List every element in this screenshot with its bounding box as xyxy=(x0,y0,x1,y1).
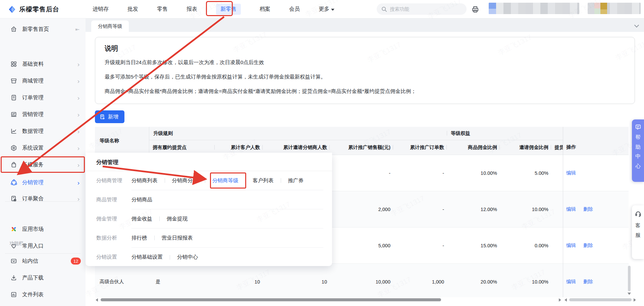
sidebar-divider xyxy=(5,201,80,202)
top-bar: 乐檬零售后台 进销存 批发 零售 报表 新零售 档案 会员 更多 xyxy=(0,0,644,18)
notice-line: 商品佣金=商品实付金额*商品佣金比例；邀请佣金=商品实付金额*邀请奖励佣金比例；… xyxy=(105,88,625,95)
flyout-item-distributor-list[interactable]: 分销商列表 xyxy=(131,177,158,184)
menu-more[interactable]: 更多 xyxy=(319,6,334,13)
delete-link[interactable]: 删除 xyxy=(583,278,593,285)
customer-service-label: 客服 xyxy=(635,220,641,240)
share-network-icon xyxy=(10,179,17,186)
flyout-item-ranking[interactable]: 排行榜 xyxy=(131,235,147,242)
edit-link[interactable]: 编辑 xyxy=(566,242,576,249)
scroll-left-icon[interactable] xyxy=(565,298,567,302)
menu-dangan[interactable]: 档案 xyxy=(260,6,270,13)
sidebar-item-settings[interactable]: 系统设置 › xyxy=(0,141,86,155)
sidebar-item-marketing[interactable]: 营销管理 › xyxy=(0,107,86,122)
sidebar-item-distribution[interactable]: 分销管理 › xyxy=(0,175,86,190)
monitor-chart-icon xyxy=(10,111,17,118)
scroll-left-icon[interactable] xyxy=(96,298,98,302)
scrollbar-thumb[interactable] xyxy=(101,298,441,301)
menu-lingshou[interactable]: 零售 xyxy=(157,6,168,13)
search-input[interactable] xyxy=(390,6,453,12)
flyout-row: 数据分析 排行榜 营业日报报表 xyxy=(96,228,323,248)
flyout-item-distributor-level[interactable]: 分销商等级 xyxy=(212,177,238,184)
notice-card: 说明 升级规则当日24点前多次修改，以最后一次为准，次日凌晨0点后生效 最多可添… xyxy=(95,37,635,104)
flyout-row: 分销商管理 分销商列表 分销商分组 分销商等级 客户列表 推广券 xyxy=(96,171,323,190)
help-center-label: 帮助中心 xyxy=(635,133,641,171)
group-level-benefits: 等级权益 xyxy=(447,130,470,137)
row-actions: 编辑 删除 xyxy=(563,227,629,264)
download-icon xyxy=(10,274,17,282)
menu-huiyuan[interactable]: 会员 xyxy=(289,6,300,13)
sidebar-item-order-aggregation[interactable]: 订单聚合 › xyxy=(0,191,86,206)
delete-link[interactable]: 删除 xyxy=(583,206,593,212)
tab-distributor-level[interactable]: 分销商等级 xyxy=(91,20,129,32)
search-icon xyxy=(381,6,387,12)
caret-down-icon xyxy=(331,9,334,11)
collapse-sidebar-icon[interactable]: ⇤ xyxy=(75,27,79,32)
chevron-down-icon[interactable] xyxy=(635,23,639,27)
sidebar: 新零售首页 ⇤ 基础资料 › 商城管理 › 订单管理 › xyxy=(0,18,86,306)
notice-line: 最多可添加5个等级，保存后，已生成订单佣金按原权益计算，未生成订单佣金按最新权益… xyxy=(105,73,625,81)
sidebar-item-product-download[interactable]: 产品下载 xyxy=(0,270,86,285)
flyout-item-commission-income[interactable]: 佣金收益 xyxy=(131,215,152,222)
delete-link[interactable]: 删除 xyxy=(583,242,593,249)
help-center-tab[interactable]: 帮助中心 xyxy=(632,119,644,182)
add-button[interactable]: 新增 xyxy=(95,110,124,123)
col-level-name: 等级名称 xyxy=(95,127,149,155)
menu-xinlingshou-active[interactable]: 新零售 xyxy=(216,4,241,15)
flyout-item-daily-report[interactable]: 营业日报报表 xyxy=(162,235,193,242)
sidebar-item-data[interactable]: 数据管理 › xyxy=(0,124,86,139)
menu-jinxiaocun[interactable]: 进销存 xyxy=(93,6,109,13)
flyout-item-distribution-settings[interactable]: 分销基础设置 xyxy=(131,254,163,261)
sidebar-item-lemon-service[interactable]: 乐檬服务 › xyxy=(0,157,86,172)
flyout-item-commission-withdraw[interactable]: 佣金提现 xyxy=(167,215,187,222)
chevron-right-icon: › xyxy=(77,180,79,186)
chevron-right-icon: › xyxy=(77,196,79,202)
flyout-item-distribution-goods[interactable]: 分销商品 xyxy=(131,196,152,203)
sidebar-item-home[interactable]: 新零售首页 ⇤ xyxy=(0,22,86,37)
sidebar-item-basic-data[interactable]: 基础资料 › xyxy=(0,57,86,71)
distribution-flyout-menu: 分销管理 分销商管理 分销商列表 分销商分组 分销商等级 客户列表 推广券 商品… xyxy=(86,153,332,266)
flyout-item-promo-coupon[interactable]: 推广券 xyxy=(288,177,304,184)
sidebar-item-messages[interactable]: 站内信 12 xyxy=(0,254,86,268)
menu-pifa[interactable]: 批发 xyxy=(127,6,138,13)
headset-icon xyxy=(635,210,642,217)
printer-icon[interactable] xyxy=(471,5,480,14)
scrollbar-thumb[interactable] xyxy=(569,298,632,301)
edit-link[interactable]: 编辑 xyxy=(566,278,576,285)
divider xyxy=(281,178,281,183)
document-icon xyxy=(10,94,17,101)
col-actions: 操作 xyxy=(563,127,629,155)
flyout-item-distributor-group[interactable]: 分销商分组 xyxy=(172,177,198,184)
scroll-right-icon[interactable] xyxy=(634,298,636,302)
sidebar-item-app-market[interactable]: 应用市场 xyxy=(0,222,86,237)
storefront-icon xyxy=(10,77,17,85)
flyout-item-customer-list[interactable]: 客户列表 xyxy=(253,177,274,184)
flyout-item-distribution-center[interactable]: 分销中心 xyxy=(177,254,198,261)
blurred-avatar-area xyxy=(588,3,641,14)
divider xyxy=(246,178,246,183)
edit-link[interactable]: 编辑 xyxy=(566,206,576,212)
flyout-title: 分销管理 xyxy=(96,159,323,171)
row-actions: 编辑 删除 xyxy=(563,264,629,297)
table-fixed-column: 操作 编辑 编辑 删除 编辑 删除 编辑 删除 xyxy=(563,127,629,297)
customer-service-tab[interactable]: 客服 xyxy=(632,205,644,259)
horizontal-scrollbar[interactable] xyxy=(95,297,637,303)
sidebar-item-file-list[interactable]: 文件列表 xyxy=(0,287,86,302)
divider xyxy=(159,216,160,221)
col-promo-sales: 累计推广销售额(元) xyxy=(330,140,393,155)
help-message-icon xyxy=(635,124,641,130)
sidebar-item-orders[interactable]: 订单管理 › xyxy=(0,90,86,105)
edit-link[interactable]: 编辑 xyxy=(566,170,576,176)
chevron-right-icon: › xyxy=(77,61,79,67)
flyout-row: 分销设置 分销基础设置 分销中心 xyxy=(96,248,323,267)
gear-icon xyxy=(10,144,17,152)
search-box[interactable] xyxy=(377,3,467,15)
row-actions: 编辑 删除 xyxy=(563,191,629,227)
scroll-down-icon[interactable] xyxy=(628,293,631,295)
scroll-right-icon[interactable] xyxy=(559,298,561,302)
menu-baobiao[interactable]: 报表 xyxy=(186,6,197,13)
vertical-scrollbar-thumb[interactable] xyxy=(628,266,631,291)
notice-line: 升级规则当日24点前多次修改，以最后一次为准，次日凌晨0点后生效 xyxy=(105,59,625,66)
sidebar-item-mall[interactable]: 商城管理 › xyxy=(0,73,86,88)
group-upgrade-rules: 升级规则 xyxy=(149,130,447,137)
grid-icon xyxy=(10,60,17,68)
